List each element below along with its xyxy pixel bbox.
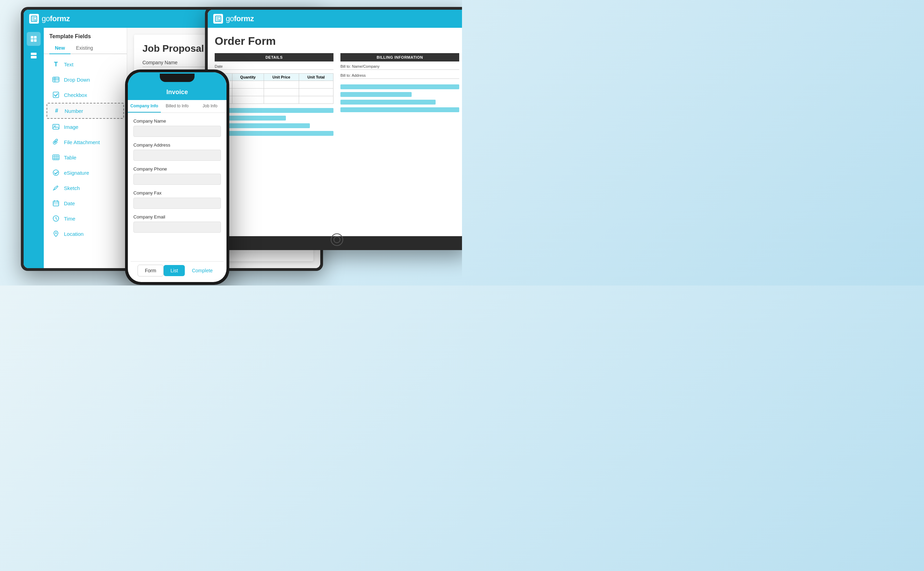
tablet-2-header: goformz xyxy=(208,10,462,28)
phone-header-title: Invoice xyxy=(167,89,188,96)
svg-rect-14 xyxy=(53,155,59,160)
phone-field-company-email: Company Email xyxy=(133,214,221,233)
template-panel-title: Template Fields xyxy=(44,28,127,42)
dropdown-field-icon xyxy=(52,76,60,83)
phone-field-company-name: Company Name xyxy=(133,119,221,137)
phone-tab-job-info[interactable]: Job Info xyxy=(193,100,227,113)
svg-point-26 xyxy=(55,232,57,234)
phone-screen: Invoice Company Info Billed to Info Job … xyxy=(128,72,227,282)
field-label-checkbox: Checkbox xyxy=(64,92,87,98)
phone-label-company-email: Company Email xyxy=(133,214,221,219)
field-item-esignature[interactable]: eSignature xyxy=(46,165,124,180)
field-item-file[interactable]: File Attachment xyxy=(46,135,124,149)
file-field-icon xyxy=(52,138,60,146)
field-item-location[interactable]: Location xyxy=(46,227,124,241)
tab-new[interactable]: New xyxy=(49,42,71,54)
field-item-table[interactable]: Table xyxy=(46,150,124,165)
phone-btn-list[interactable]: List xyxy=(164,265,185,276)
field-item-number[interactable]: # Number ↖ xyxy=(46,103,124,119)
order-bill-addr-line xyxy=(341,79,459,79)
phone-label-company-phone: Company Phone xyxy=(133,167,221,171)
phone-input-company-phone[interactable] xyxy=(133,174,221,185)
logo-1: goformz xyxy=(29,14,70,24)
svg-rect-6 xyxy=(31,56,37,59)
order-details-bar: DETAILS xyxy=(215,53,333,62)
phone-label-company-address: Company Address xyxy=(133,142,221,148)
order-bill-addr-label: Bill to: Address xyxy=(341,73,459,77)
phone-field-company-phone: Company Phone xyxy=(133,167,221,185)
phone: Invoice Company Info Billed to Info Job … xyxy=(125,69,229,285)
field-item-date[interactable]: Date xyxy=(46,196,124,210)
svg-rect-7 xyxy=(53,77,59,82)
phone-btn-form[interactable]: Form xyxy=(137,265,164,276)
field-label-sketch: Sketch xyxy=(64,185,80,191)
svg-rect-5 xyxy=(31,53,37,55)
order-left-panel: DETAILS Date ion Quantity Unit Price Uni… xyxy=(215,53,333,139)
field-item-sketch[interactable]: Sketch xyxy=(46,181,124,195)
svg-rect-3 xyxy=(31,39,33,42)
order-form-title: Order Form xyxy=(215,35,459,48)
phone-tab-billed-to[interactable]: Billed to Info xyxy=(161,100,194,113)
phone-btn-complete[interactable]: Complete xyxy=(185,265,219,276)
field-label-location: Location xyxy=(64,231,84,237)
field-label-image: Image xyxy=(64,124,79,130)
svg-rect-4 xyxy=(34,39,37,42)
template-tabs: New Existing xyxy=(44,42,127,54)
tablet-2-screen: goformz Order Form DETAILS Date ion Quan… xyxy=(208,10,462,236)
logo-2: goformz xyxy=(213,14,254,24)
phone-input-company-name[interactable] xyxy=(133,126,221,137)
number-field-icon: # xyxy=(53,107,60,115)
order-right-panel: BILLING INFORMATION Bill to: Name/Compan… xyxy=(341,53,459,139)
field-label-number: Number xyxy=(65,108,83,114)
logo-text-1: goformz xyxy=(42,14,70,23)
field-item-checkbox[interactable]: Checkbox xyxy=(46,88,124,102)
order-date-line xyxy=(215,69,333,70)
logo-icon-1 xyxy=(29,14,39,24)
field-item-image[interactable]: Image xyxy=(46,119,124,134)
field-item-time[interactable]: Time xyxy=(46,211,124,226)
sidebar-templates-icon[interactable] xyxy=(27,32,41,46)
field-item-dropdown[interactable]: Drop Down xyxy=(46,72,124,87)
phone-tabs: Company Info Billed to Info Job Info xyxy=(128,100,227,113)
teal-block-4 xyxy=(215,131,333,136)
phone-tab-company-info[interactable]: Company Info xyxy=(128,100,161,113)
logo-icon-2 xyxy=(213,14,223,24)
esignature-field-icon xyxy=(52,169,60,176)
field-label-file: File Attachment xyxy=(64,139,100,145)
teal-block-1 xyxy=(215,108,333,113)
tablet-2-home-inner xyxy=(333,236,341,243)
checkbox-field-icon xyxy=(52,91,60,99)
table-row xyxy=(215,81,333,89)
teal-block-5 xyxy=(341,84,459,89)
svg-point-19 xyxy=(53,170,59,175)
order-sections: DETAILS Date ion Quantity Unit Price Uni… xyxy=(215,53,459,139)
table-header-qty: Quantity xyxy=(232,74,264,81)
svg-rect-2 xyxy=(34,36,37,39)
teal-block-6 xyxy=(341,92,412,97)
svg-point-13 xyxy=(54,125,56,127)
tablet-1-sidebar xyxy=(24,28,44,268)
order-bill-name-label: Bill to: Name/Company xyxy=(341,64,459,68)
phone-notch xyxy=(160,74,194,82)
field-label-text: Text xyxy=(64,62,74,67)
field-label-table: Table xyxy=(64,154,76,160)
tablet-2: goformz Order Form DETAILS Date ion Quan… xyxy=(205,7,462,250)
image-field-icon xyxy=(52,123,60,131)
table-header-unit-total: Unit Total xyxy=(299,74,333,81)
sidebar-layout-icon[interactable] xyxy=(27,49,41,63)
sketch-field-icon xyxy=(52,184,60,192)
field-item-text[interactable]: T Text xyxy=(46,57,124,71)
order-date-label: Date xyxy=(215,64,333,68)
date-field-icon xyxy=(52,199,60,207)
phone-input-company-email[interactable] xyxy=(133,222,221,233)
tab-existing[interactable]: Existing xyxy=(71,42,99,54)
table-row xyxy=(215,96,333,104)
phone-input-company-fax[interactable] xyxy=(133,198,221,209)
field-label-esignature: eSignature xyxy=(64,170,89,176)
time-field-icon xyxy=(52,215,60,222)
order-items-table: ion Quantity Unit Price Unit Total xyxy=(215,73,333,104)
order-billing-bar: BILLING INFORMATION xyxy=(341,53,459,62)
phone-input-company-address[interactable] xyxy=(133,150,221,161)
teal-block-8 xyxy=(341,107,459,112)
tablet-2-home-button[interactable] xyxy=(331,233,343,246)
